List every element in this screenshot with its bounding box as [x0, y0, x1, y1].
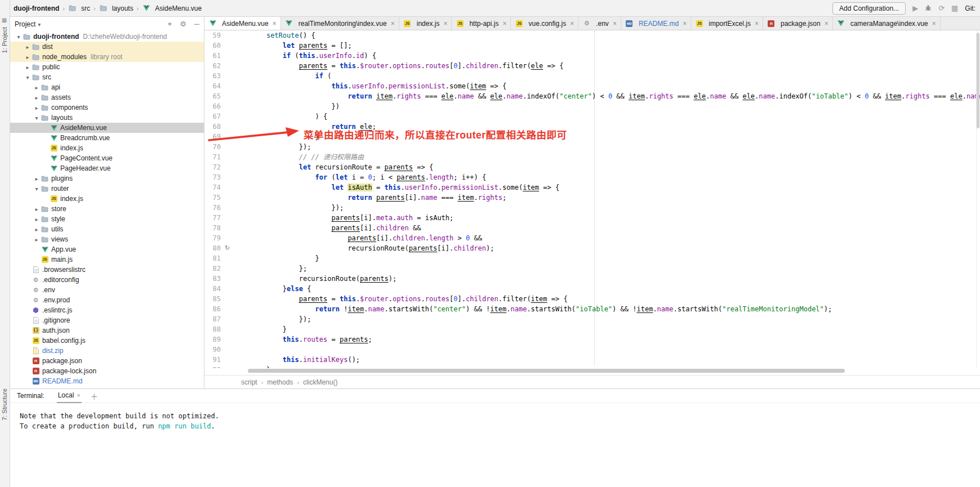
- code-line[interactable]: 61 if (this.userInfo.id) {: [204, 51, 980, 61]
- tree-row[interactable]: PageContent.vue: [10, 153, 204, 163]
- line-number[interactable]: 79: [204, 233, 248, 243]
- tree-row[interactable]: JSmain.js: [10, 254, 204, 265]
- editor-tab[interactable]: npackage.json×: [763, 17, 833, 30]
- tree-row[interactable]: Breadcrumb.vue: [10, 133, 204, 143]
- code-line[interactable]: 71 // // 递归权限路由: [204, 152, 980, 162]
- editor-tab[interactable]: cameraManage\index.vue×: [833, 17, 941, 30]
- project-view-selector[interactable]: Project: [15, 20, 35, 28]
- line-number[interactable]: 63: [204, 71, 248, 81]
- line-number[interactable]: 72: [204, 162, 248, 172]
- tree-row[interactable]: PageHeader.vue: [10, 163, 204, 173]
- chevron-right-icon[interactable]: ▸: [33, 236, 41, 243]
- editor-tab[interactable]: JSimportExcel.js×: [691, 17, 763, 30]
- line-number[interactable]: 65: [204, 91, 248, 101]
- code-line[interactable]: 79 parents[i].children.length > 0 &&: [204, 233, 980, 243]
- chevron-down-icon[interactable]: ▾: [15, 34, 23, 40]
- code-line[interactable]: 63 if (: [204, 71, 980, 81]
- code-line[interactable]: 84 }else {: [204, 284, 980, 294]
- tree-row[interactable]: ▸style: [10, 214, 204, 224]
- line-number[interactable]: 83: [204, 274, 248, 284]
- tool-button-project[interactable]: 1: Project: [1, 27, 8, 53]
- line-number[interactable]: 88: [204, 324, 248, 334]
- line-number[interactable]: 82: [204, 263, 248, 274]
- tool-button-structure[interactable]: 7: Structure: [1, 388, 8, 421]
- close-icon[interactable]: ×: [683, 20, 687, 28]
- tree-row[interactable]: {}auth.json: [10, 325, 204, 336]
- tree-row[interactable]: App.vue: [10, 244, 204, 254]
- chevron-right-icon[interactable]: ▸: [33, 206, 41, 212]
- tree-row[interactable]: ▾layouts: [10, 113, 204, 123]
- chevron-right-icon[interactable]: ▸: [24, 64, 32, 70]
- tree-row[interactable]: ▸plugins: [10, 173, 204, 184]
- tree-row[interactable]: ⚙.editorconfig: [10, 275, 204, 285]
- tree-row[interactable]: ▾router: [10, 184, 204, 194]
- line-number[interactable]: 86: [204, 304, 248, 314]
- tree-row[interactable]: MDREADME.md: [10, 376, 204, 386]
- editor-tab[interactable]: AsideMenu.vue×: [204, 17, 281, 30]
- add-configuration-button[interactable]: Add Configuration...: [832, 2, 906, 15]
- tree-row[interactable]: ▾src: [10, 72, 204, 82]
- chevron-right-icon[interactable]: ▸: [33, 226, 41, 233]
- line-number[interactable]: 84: [204, 284, 248, 294]
- code-line[interactable]: 60 let parents = [];: [204, 41, 980, 51]
- code-line[interactable]: 91 this.initialKeys();: [204, 355, 980, 365]
- line-number[interactable]: 70: [204, 142, 248, 152]
- line-number[interactable]: 66: [204, 101, 248, 111]
- line-number[interactable]: 64: [204, 81, 248, 91]
- editor-tab[interactable]: MDREADME.md×: [621, 17, 691, 30]
- run-icon[interactable]: ▶: [912, 5, 918, 12]
- tree-row[interactable]: JSindex.js: [10, 143, 204, 153]
- code-line[interactable]: 77 parents[i].meta.auth = isAuth;: [204, 213, 980, 223]
- line-number[interactable]: 74: [204, 182, 248, 193]
- breadcrumb-item[interactable]: layouts: [99, 5, 133, 12]
- horizontal-scrollbar[interactable]: [204, 368, 980, 374]
- line-number[interactable]: 73: [204, 172, 248, 182]
- tree-row[interactable]: .eslintrc.js: [10, 305, 204, 315]
- close-icon[interactable]: ×: [443, 20, 447, 28]
- close-icon[interactable]: ×: [77, 392, 80, 399]
- chevron-right-icon[interactable]: ▸: [24, 54, 32, 60]
- chevron-down-icon[interactable]: ▾: [33, 186, 41, 192]
- editor-tab[interactable]: JShttp-api.js×: [452, 17, 511, 30]
- code-line[interactable]: 59 setRoute() {: [204, 30, 980, 41]
- recursive-call-icon[interactable]: ↻: [225, 243, 230, 253]
- breadcrumb-item[interactable]: AsideMenu.vue: [142, 5, 202, 12]
- tree-row[interactable]: dist.zip: [10, 346, 204, 356]
- chevron-down-icon[interactable]: ▾: [33, 115, 41, 121]
- close-icon[interactable]: ×: [502, 20, 506, 28]
- vertical-scrollbar-thumb[interactable]: [977, 33, 979, 128]
- chevron-right-icon[interactable]: ▸: [33, 84, 41, 91]
- code-line[interactable]: 81 }: [204, 253, 980, 263]
- breadcrumb-item[interactable]: duoji-frontend: [14, 5, 59, 12]
- tree-row[interactable]: npackage.json: [10, 356, 204, 366]
- chevron-right-icon[interactable]: ▸: [33, 105, 41, 111]
- tree-row[interactable]: ▸public: [10, 62, 204, 72]
- code-line[interactable]: 72 let recursionRoute = parents => {: [204, 162, 980, 172]
- editor-tab[interactable]: JSindex.js×: [399, 17, 452, 30]
- code-line[interactable]: 87 });: [204, 314, 980, 324]
- line-number[interactable]: 71: [204, 152, 248, 162]
- tree-row[interactable]: .gitignore: [10, 315, 204, 325]
- code-line[interactable]: 90: [204, 345, 980, 355]
- code-line[interactable]: 80↻ recursionRoute(parents[i].children);: [204, 243, 980, 253]
- code-editor[interactable]: 59 setRoute() {60 let parents = [];61 if…: [204, 30, 980, 368]
- tree-row[interactable]: .browserslistrc: [10, 265, 204, 275]
- line-number[interactable]: 85: [204, 294, 248, 304]
- grid-icon[interactable]: ▦: [951, 5, 958, 12]
- tree-row[interactable]: ▸node_moduleslibrary root: [10, 52, 204, 62]
- new-terminal-session-icon[interactable]: ＋: [91, 391, 98, 401]
- editor-tab[interactable]: JSvue.config.js×: [511, 17, 578, 30]
- chevron-right-icon[interactable]: ▸: [33, 95, 41, 101]
- tree-row[interactable]: JSbabel.config.js: [10, 336, 204, 346]
- editor-breadcrumb-item[interactable]: clickMenu(): [303, 378, 337, 386]
- tree-row[interactable]: ▸utils: [10, 224, 204, 234]
- chevron-right-icon[interactable]: ▸: [33, 216, 41, 222]
- code-line[interactable]: 82 };: [204, 263, 980, 274]
- editor-tab[interactable]: ⚙.env×: [578, 17, 621, 30]
- debug-icon[interactable]: [925, 5, 932, 12]
- code-line[interactable]: 76 });: [204, 203, 980, 213]
- code-line[interactable]: 62 parents = this.$router.options.routes…: [204, 61, 980, 71]
- line-number[interactable]: 77: [204, 213, 248, 223]
- tree-row[interactable]: ⚙.env: [10, 285, 204, 295]
- line-number[interactable]: 60: [204, 41, 248, 51]
